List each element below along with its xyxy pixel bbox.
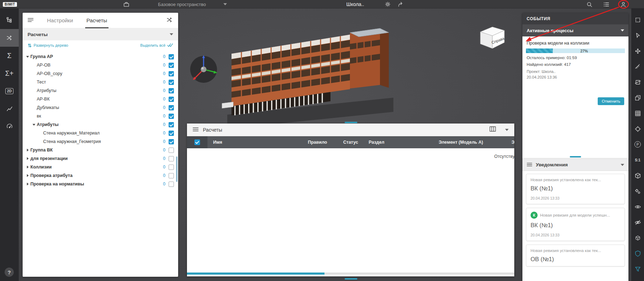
scale-icon[interactable]: S:1	[631, 152, 644, 168]
chart-icon[interactable]	[0, 100, 19, 117]
search-icon[interactable]	[586, 0, 593, 8]
pan-icon[interactable]	[631, 43, 644, 59]
panel-resize-handle[interactable]	[345, 122, 357, 123]
tree-item-checkbox[interactable]	[169, 182, 174, 187]
notification-card[interactable]: К Новая ревизия для модели успешн... ВК …	[526, 208, 625, 241]
panel-resize-handle[interactable]	[345, 278, 357, 280]
expand-tree-button[interactable]: Развернуть дерево	[28, 43, 68, 48]
horizontal-scrollbar[interactable]	[187, 273, 514, 275]
tab-settings[interactable]: Настройки	[47, 13, 73, 28]
project-settings-gear-icon[interactable]	[385, 0, 391, 8]
tree-item[interactable]: АР-ОВ_copy 0	[23, 69, 178, 78]
tree-item-checkbox[interactable]	[169, 80, 174, 85]
notification-card[interactable]: Новая ревизия установлена как тек... ВК …	[526, 174, 625, 204]
tree-item[interactable]: Стена наружная_Материал 0	[23, 129, 178, 137]
gauge-icon[interactable]	[0, 117, 19, 135]
tree-item-checkbox[interactable]	[169, 122, 174, 127]
two-d-mode-icon[interactable]: 2D	[0, 82, 19, 100]
area-select-icon[interactable]	[631, 12, 644, 28]
measure-icon[interactable]	[631, 59, 644, 74]
tree-expander-icon[interactable]	[25, 149, 30, 151]
tree-item-checkbox[interactable]	[169, 165, 174, 170]
tree-item-checkbox[interactable]	[169, 156, 174, 161]
projects-briefcase-icon[interactable]	[123, 0, 130, 8]
tree-item-checkbox[interactable]	[169, 63, 174, 68]
column-header[interactable]: Раздел	[363, 136, 433, 148]
notification-card[interactable]: Новая ревизия установлена как тек... ОВ …	[526, 245, 625, 266]
tree-item[interactable]: АР-ВК 0	[23, 95, 178, 103]
tree-item[interactable]: Проверка на нормативы 0	[23, 180, 178, 188]
tree-item[interactable]: вк 0	[23, 112, 178, 120]
plan-p-icon[interactable]: P	[631, 137, 644, 152]
collision-check-icon[interactable]	[0, 29, 19, 47]
tree-item-checkbox[interactable]	[169, 71, 174, 76]
tree-expander-icon[interactable]	[25, 183, 30, 185]
hide-eye-icon[interactable]	[631, 214, 644, 230]
tree-expander-icon[interactable]	[25, 166, 30, 168]
tree-item[interactable]: Группа ВК 0	[23, 146, 178, 154]
tab-calculations[interactable]: Расчеты	[87, 13, 107, 28]
notifications-menu-icon[interactable]	[527, 162, 532, 168]
model-tree-icon[interactable]	[0, 11, 19, 29]
panel-menu-icon[interactable]	[28, 17, 34, 24]
bimit-logo[interactable]: BIMIT	[3, 0, 17, 8]
tree-item[interactable]: Коллизии 0	[23, 163, 178, 171]
task-list-icon[interactable]	[603, 0, 610, 8]
target-focus-icon[interactable]	[631, 121, 644, 137]
tree-item[interactable]: АР-ОВ 0	[23, 61, 178, 69]
select-all-checkbox[interactable]	[194, 139, 200, 145]
active-processes-header[interactable]: Активные процессы	[522, 24, 628, 36]
column-header[interactable]: Элемент (Модель А)	[433, 136, 506, 148]
tree-expander-icon[interactable]	[31, 124, 37, 126]
table-grid-icon[interactable]	[631, 105, 644, 121]
tree-expander-icon[interactable]	[25, 174, 30, 177]
select-all-button[interactable]: Выделить всё	[140, 43, 173, 47]
column-header[interactable]: Правило	[302, 136, 338, 148]
tree-item-checkbox[interactable]	[169, 139, 174, 144]
panel-resize-handle[interactable]	[570, 156, 581, 157]
processes-chevron-down-icon[interactable]	[621, 29, 624, 31]
columns-icon[interactable]	[490, 126, 496, 133]
cursor-icon[interactable]	[631, 28, 644, 43]
orientation-gizmo[interactable]	[190, 55, 217, 83]
workspace-chevron-down-icon[interactable]	[223, 0, 227, 8]
workspace-selector[interactable]: Базовое пространство	[158, 0, 206, 8]
tree-item[interactable]: Проверка атрибута 0	[23, 171, 178, 180]
section-chevron-down-icon[interactable]	[170, 33, 173, 35]
cancel-button[interactable]: Отменить	[598, 97, 624, 105]
tree-item[interactable]: Стена наружная_Геометрия 0	[23, 137, 178, 146]
tree-item[interactable]: Атрибуты 0	[23, 86, 178, 95]
results-menu-icon[interactable]	[193, 127, 199, 133]
settings-gears-icon[interactable]	[631, 183, 644, 199]
layers-icon[interactable]	[631, 90, 644, 105]
user-profile-icon[interactable]	[620, 0, 627, 8]
tree-item-checkbox[interactable]	[169, 148, 174, 153]
tree-item-checkbox[interactable]	[169, 105, 174, 110]
tree-item-checkbox[interactable]	[169, 114, 174, 119]
tree-item[interactable]: для презентации 0	[23, 154, 178, 163]
collapse-chevron-down-icon[interactable]	[505, 129, 509, 131]
tree-item-checkbox[interactable]	[169, 131, 174, 136]
tree-item-checkbox[interactable]	[169, 54, 174, 59]
column-header[interactable]: Имя	[207, 136, 302, 148]
horizontal-scrollbar-thumb[interactable]	[187, 273, 324, 275]
tree-expander-icon[interactable]	[25, 56, 30, 58]
shuffle-icon[interactable]	[166, 16, 173, 25]
collision-shield-icon[interactable]	[631, 246, 644, 261]
navigation-cube[interactable]: Справа	[480, 27, 505, 48]
isolate-cube-icon[interactable]	[631, 230, 644, 246]
tree-item[interactable]: Тест 0	[23, 78, 178, 86]
model-cube-icon[interactable]	[631, 168, 644, 183]
filter-icon[interactable]	[631, 261, 644, 277]
column-header[interactable]: Эл	[506, 136, 514, 148]
tree-item[interactable]: Группа АР 0	[23, 52, 178, 61]
column-header[interactable]: Статус	[338, 136, 363, 148]
tree-item-checkbox[interactable]	[169, 88, 174, 93]
sum-plus-icon[interactable]: Σ+	[0, 64, 19, 82]
section-plane-icon[interactable]	[631, 74, 644, 90]
tree-item-checkbox[interactable]	[169, 97, 174, 102]
notifications-header[interactable]: Уведомления	[522, 159, 628, 171]
tree-expander-icon[interactable]	[25, 157, 30, 160]
tree-item[interactable]: Дубликаты 0	[23, 103, 178, 112]
calculations-section-header[interactable]: Расчеты	[23, 28, 178, 40]
